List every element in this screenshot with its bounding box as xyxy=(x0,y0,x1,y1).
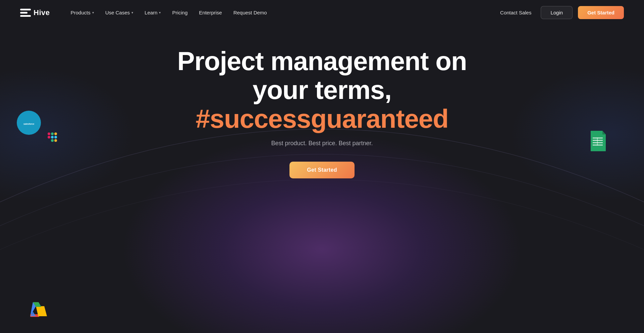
nav-pricing[interactable]: Pricing xyxy=(167,7,192,18)
nav-learn[interactable]: Learn ▾ xyxy=(140,7,165,18)
hero-subtitle: Best product. Best price. Best partner. xyxy=(271,140,373,147)
get-started-hero-button[interactable]: Get Started xyxy=(289,162,355,178)
slack-icon xyxy=(43,129,61,147)
svg-rect-8 xyxy=(54,136,57,138)
nav-request-demo[interactable]: Request Demo xyxy=(229,7,272,18)
svg-rect-17 xyxy=(597,137,598,146)
learn-chevron-icon: ▾ xyxy=(159,11,161,14)
login-button[interactable]: Login xyxy=(541,6,573,19)
svg-rect-9 xyxy=(51,139,54,142)
nav-enterprise[interactable]: Enterprise xyxy=(194,7,226,18)
logo-link[interactable]: Hive xyxy=(20,8,50,17)
hero-section: Project management on your terms, #succe… xyxy=(0,0,644,178)
hero-title: Project management on your terms, #succe… xyxy=(171,47,473,133)
svg-rect-5 xyxy=(48,136,50,138)
contact-sales-button[interactable]: Contact Sales xyxy=(496,7,535,18)
svg-text:salesforce: salesforce xyxy=(23,123,35,125)
nav-links: Products ▾ Use Cases ▾ Learn ▾ Pricing E… xyxy=(66,7,496,18)
svg-rect-0 xyxy=(20,9,31,10)
svg-rect-1 xyxy=(20,12,28,13)
svg-rect-6 xyxy=(48,132,50,135)
svg-rect-10 xyxy=(51,132,54,135)
hero-title-accent: #successguaranteed xyxy=(196,104,448,133)
hive-logo-icon xyxy=(20,9,31,17)
salesforce-icon: salesforce xyxy=(17,111,41,135)
svg-rect-12 xyxy=(54,139,57,142)
nav-right: Contact Sales Login Get Started xyxy=(496,6,624,19)
svg-rect-7 xyxy=(51,136,54,138)
navbar: Hive Products ▾ Use Cases ▾ Learn ▾ Pric… xyxy=(0,0,644,25)
get-started-nav-button[interactable]: Get Started xyxy=(578,6,624,19)
svg-rect-2 xyxy=(20,15,31,17)
svg-rect-11 xyxy=(54,132,57,135)
logo-text: Hive xyxy=(34,8,50,17)
use-cases-chevron-icon: ▾ xyxy=(131,11,133,14)
products-chevron-icon: ▾ xyxy=(92,11,94,14)
nav-use-cases[interactable]: Use Cases ▾ xyxy=(101,7,138,18)
google-drive-icon xyxy=(29,299,49,320)
nav-products[interactable]: Products ▾ xyxy=(66,7,98,18)
google-sheets-icon xyxy=(590,130,607,152)
